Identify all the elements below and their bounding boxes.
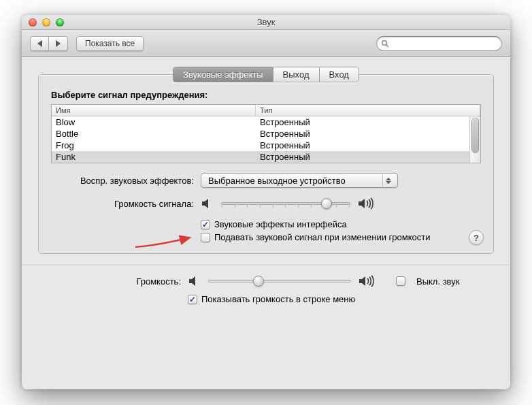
- alert-table: Имя Тип Blow Встроенный Bottle Встроенны…: [51, 104, 481, 163]
- table-body: Blow Встроенный Bottle Встроенный Frog В…: [52, 116, 469, 163]
- speaker-low-icon: [201, 197, 214, 210]
- svg-point-0: [382, 40, 387, 45]
- playthrough-popup[interactable]: Выбранное выходное устройство: [201, 173, 398, 188]
- toolbar: Показать все: [22, 30, 510, 57]
- show-all-label: Показать все: [85, 39, 135, 48]
- volume-feedback-label: Подавать звуковой сигнал при изменении г…: [214, 232, 430, 242]
- output-volume-label: Громкость:: [38, 276, 188, 287]
- svg-line-1: [386, 44, 388, 46]
- alert-volume-slider[interactable]: [221, 202, 350, 205]
- ui-sounds-checkbox[interactable]: [201, 220, 210, 229]
- search-field[interactable]: [376, 36, 502, 51]
- ui-sounds-label: Звуковые эффекты интерфейса: [214, 219, 347, 229]
- menubar-volume-checkbox[interactable]: [188, 295, 197, 304]
- traffic-lights: [29, 18, 64, 27]
- scroll-thumb[interactable]: [471, 118, 479, 153]
- titlebar: Звук: [22, 15, 510, 30]
- speaker-high-icon: [357, 197, 375, 210]
- slider-knob[interactable]: [321, 198, 332, 209]
- table-row[interactable]: Funk Встроенный: [52, 151, 469, 163]
- alert-volume-label: Громкость сигнала:: [51, 199, 201, 209]
- table-scrollbar[interactable]: [469, 116, 480, 163]
- mute-label: Выкл. звук: [416, 276, 459, 287]
- close-button[interactable]: [29, 18, 37, 27]
- chevron-left-icon: [37, 40, 42, 47]
- tabs: Звуковые эффекты Выход Вход: [38, 67, 494, 82]
- tab-input[interactable]: Вход: [320, 67, 359, 82]
- table-header: Имя Тип: [52, 105, 480, 116]
- playthrough-label: Воспр. звуковых эффектов:: [51, 176, 201, 186]
- slider-knob[interactable]: [253, 276, 264, 287]
- nav-segment: [30, 36, 68, 51]
- volume-feedback-checkbox[interactable]: [201, 233, 210, 242]
- col-type[interactable]: Тип: [256, 105, 480, 116]
- window-title: Звук: [22, 17, 510, 27]
- table-row[interactable]: Blow Встроенный: [52, 116, 469, 128]
- alert-prompt: Выберите сигнал предупреждения:: [51, 90, 481, 100]
- chevron-right-icon: [56, 40, 61, 47]
- show-all-button[interactable]: Показать все: [76, 36, 144, 51]
- pane-body: Звуковые эффекты Выход Вход Выберите сиг…: [22, 57, 510, 389]
- table-row[interactable]: Bottle Встроенный: [52, 128, 469, 140]
- sound-effects-group: Выберите сигнал предупреждения: Имя Тип …: [38, 74, 494, 254]
- tab-sound-effects[interactable]: Звуковые эффекты: [173, 67, 273, 82]
- speaker-low-icon: [188, 275, 201, 287]
- window: Звук Показать все Звуковые эффекты Выход: [22, 15, 510, 389]
- playthrough-value: Выбранное выходное устройство: [208, 176, 378, 186]
- menubar-volume-label: Показывать громкость в строке меню: [201, 294, 355, 304]
- minimize-button[interactable]: [42, 18, 50, 27]
- search-icon: [381, 39, 389, 48]
- search-input[interactable]: [392, 39, 497, 48]
- forward-button[interactable]: [49, 36, 68, 51]
- table-row[interactable]: Frog Встроенный: [52, 140, 469, 151]
- back-button[interactable]: [30, 36, 49, 51]
- speaker-high-icon: [358, 275, 376, 287]
- zoom-button[interactable]: [56, 18, 64, 27]
- mute-checkbox[interactable]: [396, 276, 405, 286]
- help-button[interactable]: ?: [469, 230, 484, 245]
- output-volume-slider[interactable]: [208, 280, 351, 282]
- tab-output[interactable]: Выход: [273, 67, 320, 82]
- col-name[interactable]: Имя: [52, 105, 256, 116]
- popup-arrows-icon: [382, 174, 393, 187]
- annotation-arrow-icon: [133, 228, 194, 255]
